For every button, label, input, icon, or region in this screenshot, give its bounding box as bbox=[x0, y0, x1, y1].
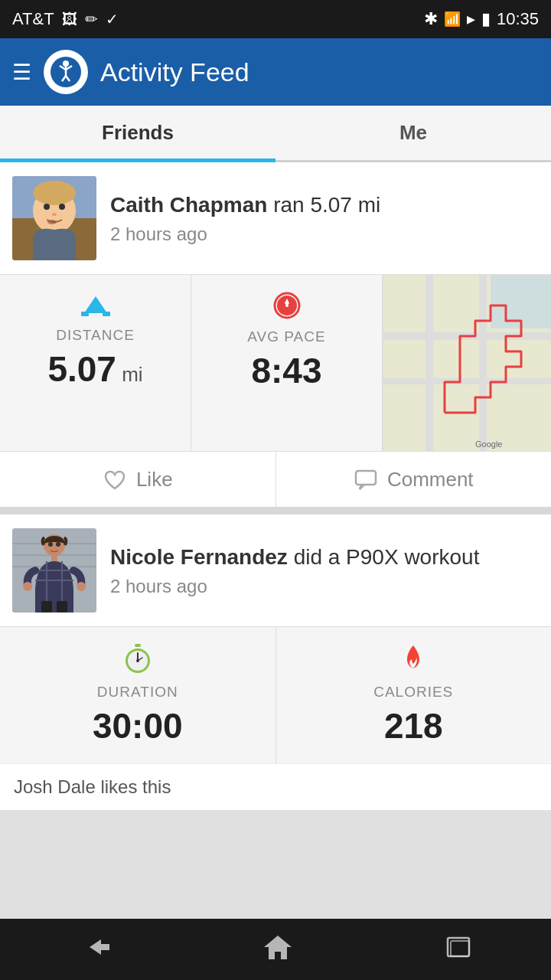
activity-card-caith: Caith Chapman ran 5.07 mi 2 hours ago DI bbox=[0, 162, 551, 507]
svg-rect-17 bbox=[81, 312, 89, 316]
svg-point-47 bbox=[77, 582, 86, 591]
carrier-label: AT&T bbox=[12, 9, 54, 29]
pace-label: AVG PACE bbox=[204, 328, 370, 345]
status-left: AT&T 🖼 ✏ ✓ bbox=[12, 9, 119, 29]
calories-label: CALORIES bbox=[289, 684, 540, 701]
stat-cell-pace: AVG PACE 8:43 bbox=[191, 275, 383, 451]
likes-text: Josh Dale likes this bbox=[0, 763, 551, 810]
svg-point-1 bbox=[63, 60, 69, 67]
nicole-name: Nicole Fernandez bbox=[110, 545, 288, 569]
distance-icon bbox=[12, 292, 178, 321]
distance-label: DISTANCE bbox=[12, 327, 178, 344]
activity-card-nicole: Nicole Fernandez did a P90X workout 2 ho… bbox=[0, 514, 551, 810]
user-info-nicole: Nicole Fernandez did a P90X workout 2 ho… bbox=[110, 544, 479, 597]
battery-icon: ▮ bbox=[481, 9, 491, 29]
svg-point-11 bbox=[33, 181, 76, 205]
svg-rect-59 bbox=[451, 941, 469, 956]
svg-point-51 bbox=[56, 542, 60, 547]
wifi-icon: ▸ bbox=[467, 9, 475, 29]
home-button[interactable] bbox=[261, 932, 295, 968]
tab-me[interactable]: Me bbox=[276, 106, 551, 160]
svg-rect-48 bbox=[41, 601, 52, 612]
svg-rect-18 bbox=[103, 312, 110, 316]
distance-value: 5.07 mi bbox=[12, 348, 178, 390]
app-header: ☰ Activity Feed bbox=[0, 38, 551, 106]
activity-feed: Caith Chapman ran 5.07 mi 2 hours ago DI bbox=[0, 162, 551, 810]
svg-rect-34 bbox=[356, 471, 376, 485]
calories-value: 218 bbox=[289, 705, 540, 746]
hamburger-icon[interactable]: ☰ bbox=[12, 60, 31, 85]
duration-label: DURATION bbox=[12, 684, 263, 701]
nicole-avatar-svg bbox=[12, 528, 96, 612]
svg-rect-30 bbox=[425, 275, 433, 451]
logo-svg bbox=[50, 56, 82, 88]
check-icon: ✓ bbox=[106, 10, 119, 28]
pencil-icon: ✏ bbox=[85, 10, 98, 28]
stat-cell-distance: DISTANCE 5.07 mi bbox=[0, 275, 191, 451]
clock-display: 10:35 bbox=[497, 9, 539, 29]
bottom-navigation bbox=[0, 919, 551, 980]
distance-unit: mi bbox=[116, 363, 143, 386]
user-row-caith: Caith Chapman ran 5.07 mi 2 hours ago bbox=[0, 162, 551, 274]
nicole-time: 2 hours ago bbox=[110, 576, 479, 597]
user-info-caith: Caith Chapman ran 5.07 mi 2 hours ago bbox=[110, 191, 380, 245]
photo-icon: 🖼 bbox=[62, 11, 77, 28]
svg-rect-41 bbox=[51, 555, 57, 561]
stat-cell-calories: CALORIES 218 bbox=[276, 627, 552, 763]
map-svg: Google bbox=[383, 275, 551, 451]
svg-point-12 bbox=[44, 204, 50, 210]
caith-stats-row: DISTANCE 5.07 mi AVG PACE 8:43 bbox=[0, 274, 551, 451]
calories-icon bbox=[289, 644, 540, 678]
svg-rect-49 bbox=[57, 601, 67, 612]
like-label: Like bbox=[136, 468, 173, 492]
stat-cell-duration: DURATION 30:00 bbox=[0, 627, 276, 763]
nicole-action-text: did a P90X workout bbox=[294, 545, 480, 569]
caith-action: Caith Chapman ran 5.07 mi bbox=[110, 191, 380, 219]
caith-avatar-svg bbox=[12, 176, 96, 260]
comment-button-caith[interactable]: Comment bbox=[276, 452, 552, 507]
bluetooth-icon: ✱ bbox=[424, 9, 438, 29]
svg-rect-31 bbox=[479, 275, 487, 451]
svg-point-57 bbox=[136, 659, 139, 662]
pace-icon bbox=[204, 292, 370, 322]
tab-friends[interactable]: Friends bbox=[0, 106, 276, 160]
svg-point-50 bbox=[48, 542, 53, 547]
user-row-nicole: Nicole Fernandez did a P90X workout 2 ho… bbox=[0, 514, 551, 626]
recent-apps-button[interactable] bbox=[443, 932, 477, 968]
svg-rect-16 bbox=[90, 304, 101, 313]
pace-value: 8:43 bbox=[204, 350, 370, 391]
svg-point-14 bbox=[52, 213, 57, 216]
status-bar: AT&T 🖼 ✏ ✓ ✱ 📶 ▸ ▮ 10:35 bbox=[0, 0, 551, 38]
like-button-caith[interactable]: Like bbox=[0, 452, 276, 507]
svg-rect-29 bbox=[383, 378, 551, 384]
caith-name: Caith Chapman bbox=[110, 193, 267, 217]
tabs-container: Friends Me bbox=[0, 106, 551, 162]
svg-point-15 bbox=[47, 220, 57, 224]
svg-point-13 bbox=[59, 204, 65, 210]
nicole-action: Nicole Fernandez did a P90X workout bbox=[110, 544, 479, 571]
svg-point-22 bbox=[285, 304, 289, 307]
duration-value: 30:00 bbox=[12, 705, 263, 746]
nicole-stats-row: DURATION 30:00 CALORIES 218 bbox=[0, 626, 551, 763]
avatar-nicole bbox=[12, 528, 96, 612]
comment-label: Comment bbox=[387, 468, 474, 492]
app-logo bbox=[44, 50, 88, 94]
status-right: ✱ 📶 ▸ ▮ 10:35 bbox=[424, 9, 539, 29]
phone-icon: 📶 bbox=[444, 11, 461, 28]
back-button[interactable] bbox=[74, 932, 112, 968]
route-map: Google bbox=[383, 275, 551, 451]
page-title: Activity Feed bbox=[100, 57, 249, 87]
caith-time: 2 hours ago bbox=[110, 224, 380, 245]
svg-text:Google: Google bbox=[475, 439, 502, 449]
svg-point-46 bbox=[23, 582, 32, 591]
caith-action-text: ran 5.07 mi bbox=[273, 193, 380, 217]
avatar-caith bbox=[12, 176, 96, 260]
duration-icon bbox=[12, 644, 263, 678]
svg-rect-52 bbox=[135, 644, 141, 647]
caith-action-row: Like Comment bbox=[0, 451, 551, 507]
